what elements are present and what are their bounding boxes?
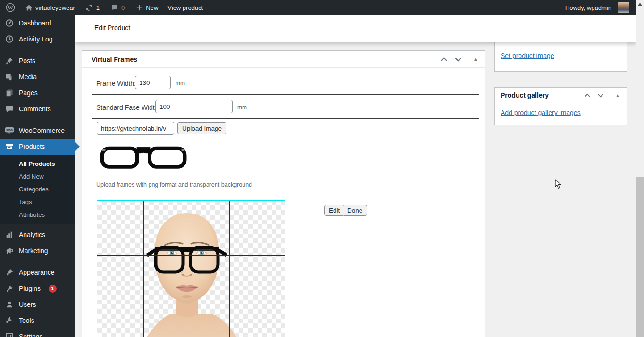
clock-icon: [5, 34, 14, 44]
row-divider: [92, 94, 479, 95]
collapse-toggle-icon[interactable]: ▲: [615, 93, 620, 98]
site-name-label: virtualeyewear: [35, 4, 75, 11]
settings-sliders-icon: [5, 332, 14, 337]
bar-chart-icon: [5, 230, 14, 239]
submenu-item-all-products[interactable]: All Products: [0, 157, 75, 170]
svg-text:Woo: Woo: [6, 128, 13, 132]
active-menu-arrow: [75, 142, 80, 151]
scrollbar-up-arrow[interactable]: [636, 0, 644, 8]
product-gallery-panel-header[interactable]: Product gallery ▲: [495, 88, 627, 103]
face-model-image: [97, 201, 285, 337]
svg-text:W: W: [8, 5, 13, 10]
sidebar-item-label: WooCommerce: [19, 127, 65, 134]
sidebar-item-appearance[interactable]: Appearance: [0, 264, 75, 280]
wordpress-logo-icon: W: [6, 3, 15, 12]
view-product-menu[interactable]: View product: [165, 0, 206, 15]
wordpress-admin-page: W virtualeyewear 1 0 New: [0, 0, 644, 337]
frame-width-label: Frame Width:: [96, 80, 136, 87]
sidebar-item-products[interactable]: Products: [0, 139, 75, 155]
frame-preview-image: [97, 141, 190, 174]
move-down-icon[interactable]: [597, 93, 604, 98]
submenu-item-categories[interactable]: Categories: [0, 183, 75, 196]
edit-button[interactable]: Edit: [324, 205, 344, 216]
sidebar-item-marketing[interactable]: Marketing: [0, 243, 75, 259]
scrollbar-thumb[interactable]: [636, 177, 644, 337]
new-menu[interactable]: New: [133, 0, 161, 15]
plus-icon: [136, 4, 143, 11]
sidebar-item-label: Marketing: [19, 247, 48, 255]
alignment-grid-line-vertical: [229, 201, 230, 337]
submenu-item-label: Attributes: [19, 211, 45, 218]
alignment-grid-line-vertical: [143, 201, 144, 337]
admin-bar: W virtualeyewear 1 0 New: [0, 0, 636, 15]
collapse-toggle-icon[interactable]: ▲: [473, 57, 478, 62]
submenu-item-attributes[interactable]: Attributes: [0, 208, 75, 221]
site-name-menu[interactable]: virtualeyewear: [23, 0, 78, 15]
account-menu[interactable]: Howdy, wpadmin: [562, 0, 636, 15]
sidebar-item-label: Posts: [19, 57, 35, 65]
sidebar-item-plugins[interactable]: Plugins 1: [0, 280, 75, 296]
face-width-unit: mm: [237, 104, 247, 111]
sidebar-item-tools[interactable]: Tools: [0, 312, 75, 329]
move-up-icon[interactable]: [440, 57, 448, 62]
comments-icon: [5, 104, 14, 114]
sidebar-item-media[interactable]: Media: [0, 69, 75, 85]
content-header: Edit Product Inbox Finish setup: [75, 15, 636, 42]
product-image-panel: Product image Set product image: [494, 40, 627, 72]
submenu-item-add-new[interactable]: Add New: [0, 170, 75, 183]
row-divider: [92, 194, 479, 194]
row-divider: [92, 118, 479, 119]
panel-title: Virtual Frames: [92, 56, 137, 63]
upload-image-button[interactable]: Upload Image: [177, 122, 226, 134]
pages-icon: [5, 88, 14, 98]
sidebar-item-label: Comments: [19, 105, 51, 113]
megaphone-icon: [5, 246, 14, 255]
sidebar-item-label: Activity Log: [19, 35, 53, 43]
done-button[interactable]: Done: [343, 205, 367, 216]
sidebar-item-woocommerce[interactable]: Woo WooCommerce: [0, 123, 75, 139]
frame-image-url-input[interactable]: [97, 122, 174, 135]
sidebar-item-dashboard[interactable]: Dashboard: [0, 15, 75, 31]
sidebar-item-analytics[interactable]: Analytics: [0, 227, 75, 243]
products-icon: [5, 142, 14, 151]
sidebar-item-label: Pages: [19, 89, 38, 97]
sidebar-item-comments[interactable]: Comments: [0, 101, 75, 117]
plugin-icon: [5, 284, 14, 293]
sidebar-item-label: Products: [19, 143, 45, 150]
scrollbar[interactable]: [636, 0, 644, 337]
add-gallery-images-link[interactable]: Add product gallery images: [501, 109, 581, 116]
sidebar-item-label: Settings: [19, 333, 43, 337]
products-submenu: All Products Add New Categories Tags Att…: [0, 155, 75, 224]
move-up-icon[interactable]: [584, 93, 591, 98]
sidebar-item-pages[interactable]: Pages: [0, 85, 75, 101]
frame-width-input[interactable]: [135, 76, 171, 89]
sidebar-item-label: Dashboard: [19, 19, 51, 27]
move-down-icon[interactable]: [454, 57, 462, 62]
virtual-frames-panel-header[interactable]: Virtual Frames ▲: [82, 51, 485, 68]
updates-menu[interactable]: 1: [83, 0, 102, 15]
virtual-tryon-preview[interactable]: [97, 200, 285, 337]
sidebar-item-label: Plugins: [19, 285, 41, 292]
sidebar-item-label: Users: [19, 301, 36, 308]
product-gallery-panel: Product gallery ▲ Add product gallery im…: [494, 87, 627, 125]
face-width-input[interactable]: [155, 100, 233, 113]
mouse-cursor: [555, 179, 562, 191]
product-gallery-title: Product gallery: [501, 91, 549, 99]
media-icon: [5, 72, 14, 82]
sidebar-item-settings[interactable]: Settings: [0, 329, 75, 337]
wordpress-logo-menu[interactable]: W: [3, 0, 18, 15]
sidebar-item-activity-log[interactable]: Activity Log: [0, 31, 75, 47]
sidebar-item-label: Media: [19, 73, 37, 81]
sidebar-item-users[interactable]: Users: [0, 296, 75, 312]
comment-bubble-icon: [111, 4, 118, 11]
comments-menu[interactable]: 0: [108, 0, 127, 15]
dashboard-icon: [5, 18, 14, 28]
submenu-item-tags[interactable]: Tags: [0, 196, 75, 208]
set-product-image-link[interactable]: Set product image: [501, 52, 554, 59]
new-label: New: [146, 4, 158, 11]
sidebar-item-posts[interactable]: Posts: [0, 53, 75, 69]
updates-icon: [85, 4, 93, 12]
howdy-label: Howdy, wpadmin: [565, 4, 611, 11]
user-avatar: [618, 2, 629, 13]
comment-count: 0: [121, 4, 125, 11]
